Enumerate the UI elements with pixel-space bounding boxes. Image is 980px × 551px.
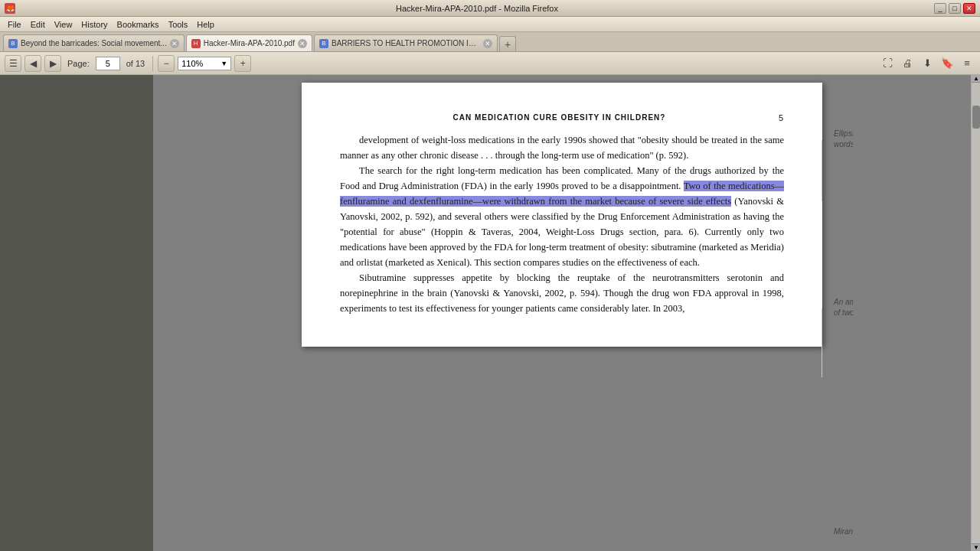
window-controls: _ □ ✕: [934, 3, 975, 14]
tab-3[interactable]: B BARRIERS TO HEALTH PROMOTION IN A... ✕: [314, 34, 498, 51]
annotation-line-2: [822, 308, 822, 377]
tab-1-favicon: B: [8, 39, 18, 48]
fullscreen-button[interactable]: ⛶: [879, 55, 896, 72]
pdf-page-header: CAN MEDICATION CURE OBESITY IN CHILDREN?…: [340, 113, 784, 122]
zoom-out-button[interactable]: −: [158, 55, 175, 72]
pdf-sidebar: [0, 75, 153, 551]
annotation-ellipsis: Ellipsis mark indicates omitted words.: [834, 129, 853, 150]
tab-3-title: BARRIERS TO HEALTH PROMOTION IN A...: [332, 39, 480, 47]
paragraph-3: Sibutramine suppresses appetite by block…: [340, 270, 784, 316]
zoom-dropdown-icon[interactable]: ▼: [220, 60, 227, 67]
pdf-page-title: CAN MEDICATION CURE OBESITY IN CHILDREN?: [452, 113, 665, 122]
menu-tools[interactable]: Tools: [164, 18, 193, 31]
pdf-text-content: development of weight-loss medications i…: [340, 132, 784, 316]
menu-view[interactable]: View: [50, 18, 77, 31]
tab-2-close[interactable]: ✕: [298, 39, 307, 48]
bookmark-button[interactable]: 🔖: [939, 55, 956, 72]
more-tools-button[interactable]: ≡: [959, 55, 975, 72]
pdf-viewer: Ellipsis mark indicates omitted words. A…: [153, 75, 971, 551]
minimize-button[interactable]: _: [934, 3, 946, 14]
tab-2-title: Hacker-Mira-APA-2010.pdf: [204, 39, 295, 47]
tab-bar: B Beyond the barricades: Social movement…: [0, 32, 980, 52]
pdf-page-wrapper[interactable]: Ellipsis mark indicates omitted words. A…: [271, 75, 853, 551]
annotation-ampersand: An ampersand links the names of two auth…: [834, 297, 853, 318]
scroll-thumb[interactable]: [972, 106, 980, 129]
zoom-level-display: 110% ▼: [178, 57, 231, 70]
annotation-ellipsis-text: Ellipsis mark indicates omitted words.: [834, 129, 853, 148]
firefox-icon: 🦊: [5, 3, 15, 14]
print-button[interactable]: 🖨: [899, 55, 916, 72]
paragraph-1: development of weight-loss medications i…: [340, 132, 784, 163]
scroll-down-button[interactable]: ▼: [972, 543, 980, 551]
tab-1-title: Beyond the barricades: Social movement..…: [21, 39, 167, 47]
zoom-in-button[interactable]: +: [234, 55, 251, 72]
next-page-button[interactable]: ▶: [44, 55, 61, 72]
pdf-toolbar: ☰ ◀ ▶ Page: of 13 − 110% ▼ + ⛶ 🖨 ⬇ 🔖 ≡: [0, 52, 980, 75]
tab-2[interactable]: H Hacker-Mira-APA-2010.pdf ✕: [186, 34, 312, 51]
zoom-value: 110%: [181, 59, 203, 68]
vertical-scrollbar[interactable]: ▲ ▼: [971, 75, 980, 551]
menu-history[interactable]: History: [77, 18, 112, 31]
menu-file[interactable]: File: [3, 18, 26, 31]
highlighted-text: Two of the medications—fenfluramine and …: [340, 181, 784, 207]
page-number-display: 5: [779, 113, 784, 122]
menu-bookmarks[interactable]: Bookmarks: [113, 18, 164, 31]
new-tab-button[interactable]: +: [499, 36, 516, 51]
page-of-label: of 13: [123, 59, 148, 68]
annotation-mirano-text: Mirano draws: [834, 527, 853, 536]
title-bar: 🦊 Hacker-Mira-APA-2010.pdf - Mozilla Fir…: [0, 0, 980, 17]
close-button[interactable]: ✕: [963, 3, 975, 14]
sidebar-toggle-button[interactable]: ☰: [5, 55, 21, 72]
tab-1-close[interactable]: ✕: [170, 39, 179, 48]
tab-3-close[interactable]: ✕: [483, 39, 492, 48]
download-button[interactable]: ⬇: [919, 55, 936, 72]
annotation-mirano: Mirano draws: [834, 527, 853, 537]
annotation-ampersand-text: An ampersand links the names of two auth…: [834, 298, 853, 317]
maximize-button[interactable]: □: [949, 3, 961, 14]
tab-2-favicon: H: [191, 39, 201, 48]
toolbar-separator-1: [152, 56, 153, 71]
tab-3-favicon: B: [319, 39, 328, 48]
page-label: Page:: [64, 59, 93, 68]
paragraph-2: The search for the right long-term medic…: [340, 163, 784, 270]
pdf-page: Ellipsis mark indicates omitted words. A…: [302, 83, 822, 347]
prev-page-button[interactable]: ◀: [24, 55, 41, 72]
annotation-line-1: [822, 140, 822, 201]
menu-edit[interactable]: Edit: [26, 18, 50, 31]
tab-1[interactable]: B Beyond the barricades: Social movement…: [3, 34, 185, 51]
window-title: Hacker-Mira-APA-2010.pdf - Mozilla Firef…: [20, 4, 934, 13]
scroll-up-button[interactable]: ▲: [972, 75, 980, 83]
menu-help[interactable]: Help: [192, 18, 219, 31]
menu-bar: File Edit View History Bookmarks Tools H…: [0, 17, 980, 32]
main-area: Ellipsis mark indicates omitted words. A…: [0, 75, 980, 551]
page-number-input[interactable]: [96, 57, 120, 70]
